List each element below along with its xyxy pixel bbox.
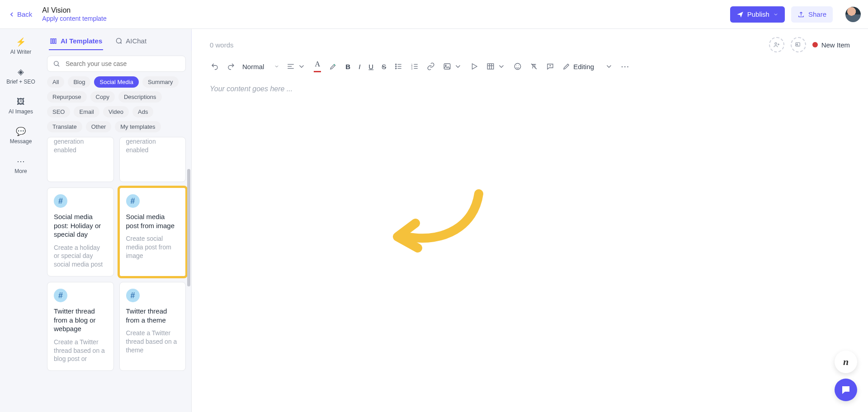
template-card[interactable]: #Twitter thread from a blog or webpageCr…: [47, 282, 114, 371]
svg-rect-26: [487, 64, 494, 69]
redo-button[interactable]: [226, 61, 236, 71]
table-icon: [486, 62, 495, 70]
editor-content[interactable]: Your content goes here ...: [192, 80, 868, 98]
rail-brief-seo[interactable]: ◈ Brief + SEO: [5, 65, 36, 87]
template-card-list[interactable]: generation enabledgeneration enabled#Soc…: [42, 137, 191, 378]
filter-chip[interactable]: Social Media: [94, 76, 138, 88]
comment-button[interactable]: [545, 61, 555, 71]
numbered-list-button[interactable]: 123: [410, 61, 420, 71]
filter-chip[interactable]: Blog: [68, 76, 90, 88]
message-icon: 💬: [16, 126, 26, 136]
insert-video-button[interactable]: [469, 61, 479, 71]
avatar[interactable]: [845, 7, 861, 22]
filter-chip[interactable]: All: [47, 76, 64, 88]
mode-select[interactable]: Editing: [561, 61, 614, 71]
card-title: Social media post from image: [126, 212, 179, 230]
card-description: generation enabled: [54, 137, 107, 154]
filter-chip[interactable]: Descriptions: [118, 91, 162, 103]
mode-label: Editing: [573, 63, 594, 70]
filter-chip[interactable]: Video: [103, 106, 129, 117]
font-color-button[interactable]: A: [313, 60, 322, 73]
library-icon: [50, 37, 57, 45]
underline-button[interactable]: U: [368, 62, 374, 71]
more-tools-button[interactable]: ···: [620, 62, 631, 71]
card-description: generation enabled: [126, 137, 179, 154]
card-description: Create a Twitter thread based on a blog …: [54, 338, 107, 364]
share-icon: [797, 11, 805, 18]
insert-table-button[interactable]: [486, 61, 506, 71]
emoji-icon: [514, 62, 522, 70]
filter-chip[interactable]: SEO: [47, 106, 70, 117]
rail-ai-images[interactable]: 🖼 AI Images: [8, 95, 34, 117]
add-collaborator-button[interactable]: [769, 37, 784, 52]
apply-template-link[interactable]: Apply content template: [42, 15, 106, 23]
link-button[interactable]: [426, 61, 436, 71]
emoji-button[interactable]: [513, 61, 523, 71]
chevron-left-icon: [8, 11, 15, 18]
card-title: Twitter thread from a theme: [126, 307, 179, 324]
chevron-down-icon: [274, 64, 279, 69]
editor-area: 0 words New Item: [192, 29, 868, 412]
chat-launcher-button[interactable]: [835, 379, 857, 401]
rail-message[interactable]: 💬 Message: [9, 125, 33, 146]
align-button[interactable]: [286, 61, 307, 71]
strikethrough-button[interactable]: S: [381, 62, 387, 71]
svg-line-4: [58, 65, 59, 66]
rail-ai-writer[interactable]: ⚡ AI Writer: [9, 35, 32, 57]
search-box[interactable]: [47, 56, 186, 72]
style-label: Normal: [242, 63, 264, 70]
send-icon: [736, 11, 744, 18]
filter-chip[interactable]: Repurpose: [47, 91, 87, 103]
scrollbar-thumb[interactable]: [187, 169, 190, 286]
filter-chip[interactable]: My templates: [115, 121, 160, 132]
bold-button[interactable]: B: [344, 62, 351, 71]
add-media-button[interactable]: [791, 37, 806, 52]
pencil-icon: [562, 62, 571, 70]
letter-a-icon: A: [315, 61, 321, 68]
bullet-list-button[interactable]: [393, 61, 403, 71]
share-label: Share: [808, 10, 826, 18]
chevron-down-icon: [497, 62, 505, 70]
annotation-arrow-icon: [391, 189, 486, 262]
floating-buttons: n: [835, 351, 857, 401]
filter-chip[interactable]: Ads: [132, 106, 153, 117]
share-button[interactable]: Share: [791, 6, 833, 23]
help-button[interactable]: n: [835, 351, 857, 373]
filter-chip[interactable]: Summary: [142, 76, 179, 88]
publish-button[interactable]: Publish: [730, 6, 785, 23]
clear-format-button[interactable]: [529, 61, 539, 71]
template-card[interactable]: #Twitter thread from a themeCreate a Twi…: [119, 282, 186, 371]
insert-image-button[interactable]: [442, 61, 463, 71]
paragraph-style-select[interactable]: Normal: [242, 63, 279, 70]
hash-icon: #: [54, 289, 67, 302]
filter-chip[interactable]: Other: [86, 121, 112, 132]
search-icon: [53, 60, 60, 67]
rail-more[interactable]: ⋯ More: [14, 154, 28, 176]
italic-button[interactable]: I: [358, 62, 361, 71]
svg-point-30: [514, 63, 521, 70]
comment-icon: [546, 62, 554, 70]
redo-icon: [227, 62, 235, 70]
undo-button[interactable]: [210, 61, 220, 71]
tab-ai-chat[interactable]: AIChat: [114, 33, 147, 50]
template-card[interactable]: #Social media post: Holiday or special d…: [47, 187, 114, 276]
filter-chip[interactable]: Translate: [47, 121, 82, 132]
status-dot-icon: [812, 42, 818, 47]
search-input[interactable]: [65, 60, 180, 68]
template-card[interactable]: #Social media post from imageCreate soci…: [119, 187, 186, 276]
tab-ai-templates[interactable]: AI Templates: [49, 33, 103, 50]
rail-label: Brief + SEO: [6, 79, 35, 85]
highlight-button[interactable]: [328, 61, 338, 71]
template-card[interactable]: generation enabled: [47, 137, 114, 182]
status-new-item[interactable]: New Item: [812, 41, 850, 49]
filter-chip[interactable]: Email: [74, 106, 99, 117]
template-card[interactable]: generation enabled: [119, 137, 186, 182]
back-button[interactable]: Back: [5, 8, 36, 21]
filter-chip[interactable]: Copy: [90, 91, 115, 103]
hash-icon: #: [126, 289, 140, 302]
rail-label: More: [14, 168, 27, 174]
svg-point-13: [396, 68, 396, 69]
target-icon: ◈: [18, 67, 24, 77]
document-bar-right: New Item: [769, 37, 850, 52]
numbered-list-icon: 123: [410, 62, 419, 70]
